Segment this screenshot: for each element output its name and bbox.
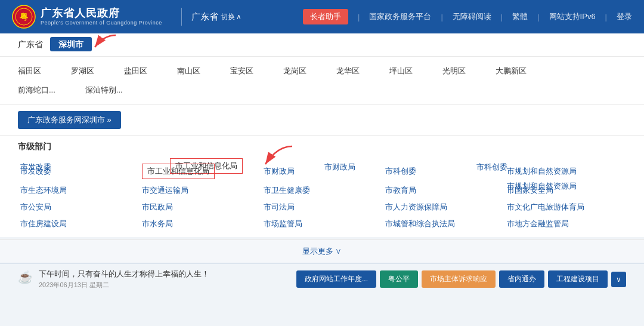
footer-text-area: 下午时间，只有奋斗的人生才称得上幸福的人生！ 2023年06月13日 星期二 <box>39 269 209 290</box>
dept-shichang[interactable]: 市场监管局 <box>261 216 383 232</box>
header-right: 长者助手 | 国家政务服务平台 | 无障碍阅读 | 繁體 | 网站支持IPv6 … <box>303 9 632 24</box>
district-yantian[interactable]: 盐田区 <box>124 64 147 78</box>
dept-shuiwu[interactable]: 市水务局 <box>140 216 261 232</box>
coffee-icon: ☕ <box>18 270 33 284</box>
district-pingshan[interactable]: 坪山区 <box>389 64 413 78</box>
footer-btn-market[interactable]: 市场主体诉求响应 <box>422 270 496 288</box>
dept-renli[interactable]: 市人力资源保障局 <box>383 199 504 216</box>
footer-message: ☕ 下午时间，只有奋斗的人生才称得上幸福的人生！ 2023年06月13日 星期二 <box>18 269 209 290</box>
header-region: 广东省 切换 ∧ <box>191 11 242 23</box>
logo-text: 广东省人民政府 People's Government of Guangdong… <box>41 7 162 26</box>
district-shengshan[interactable]: 深汕特别... <box>85 83 123 97</box>
district-baoan[interactable]: 宝安区 <box>230 64 253 78</box>
nav-link-national[interactable]: 国家政务服务平台 <box>369 11 431 22</box>
footer-more-button[interactable]: ∨ <box>611 272 626 287</box>
dept-gongan[interactable]: 市公安局 <box>18 199 140 216</box>
footer-btn-gov-work[interactable]: 政府网站工作年度... <box>296 270 376 288</box>
footer-btn-yuegongping[interactable]: 粤公平 <box>380 270 418 288</box>
nav-link-traditional[interactable]: 繁體 <box>512 11 528 22</box>
arrow-to-region <box>86 32 122 56</box>
dept-wenhua[interactable]: 市文化广电旅游体育局 <box>504 199 626 216</box>
show-more-bar: 显示更多 ∨ <box>0 239 644 263</box>
dept-guihua-nat[interactable]: 市规划和自然资源局 <box>504 177 626 195</box>
dept-grid-container: 市发改委 市工业和信息化局 市财政局 市科创委 市规划和自然资源局 市发改 <box>18 158 626 195</box>
district-longgang[interactable]: 龙岗区 <box>283 64 306 78</box>
footer-quote: 下午时间，只有奋斗的人生才称得上幸福的人生！ <box>39 269 209 279</box>
arrow-to-dept <box>253 143 295 173</box>
dept-kechuangwei[interactable]: 市科创委 <box>474 158 626 176</box>
dept-gongxin-box[interactable]: 市工业和信息化局 <box>142 164 215 179</box>
dept-row-1b: 市发改委 市工业和信息化局 市财政局 市科创委 市规划和自然资源局 <box>18 177 626 195</box>
district-row-1: 福田区 罗湖区 盐田区 南山区 宝安区 龙岗区 龙华区 坪山区 光明区 大鹏新区 <box>18 61 626 81</box>
footer: ☕ 下午时间，只有奋斗的人生才称得上幸福的人生！ 2023年06月13日 星期二… <box>0 263 644 294</box>
switch-button[interactable]: 切换 ∧ <box>221 12 242 22</box>
region-bar: 广东省 深圳市 <box>0 33 644 57</box>
elderly-button[interactable]: 长者助手 <box>303 9 348 24</box>
dept-sifa[interactable]: 市司法局 <box>261 199 383 216</box>
nav-link-accessibility[interactable]: 无障碍阅读 <box>453 11 491 22</box>
footer-date: 2023年06月13日 星期二 <box>39 281 209 290</box>
district-qianhai[interactable]: 前海蛇口... <box>18 83 55 97</box>
service-button[interactable]: 广东政务服务网深圳市 » <box>18 111 121 129</box>
dept-chengguang[interactable]: 市城管和综合执法局 <box>383 216 504 232</box>
district-luohu[interactable]: 罗湖区 <box>71 64 94 78</box>
show-more-button[interactable]: 显示更多 ∨ <box>302 246 342 257</box>
region-selected-container: 深圳市 <box>50 39 92 50</box>
dept-zhufang[interactable]: 市住房建设局 <box>18 216 140 232</box>
footer-right: 政府网站工作年度... 粤公平 市场主体诉求响应 省内通办 工程建设项目 ∨ <box>296 270 626 288</box>
svg-text:粤: 粤 <box>20 12 28 21</box>
dept-section-title: 市级部门 <box>18 142 626 152</box>
footer-btn-engineering[interactable]: 工程建设项目 <box>548 270 608 288</box>
dept-jinrong[interactable]: 市地方金融监管局 <box>504 216 626 232</box>
dept-minzheng[interactable]: 市民政局 <box>140 199 261 216</box>
region-label: 广东省 <box>18 39 43 50</box>
service-btn-area: 广东政务服务网深圳市 » <box>0 105 644 136</box>
dept-caizhengjv[interactable]: 市财政局 <box>322 158 474 176</box>
logo: 粤 广东省人民政府 People's Government of Guangdo… <box>12 5 162 29</box>
district-dapeng[interactable]: 大鹏新区 <box>496 64 527 78</box>
logo-emblem: 粤 <box>12 5 36 29</box>
districts: 福田区 罗湖区 盐田区 南山区 宝安区 龙岗区 龙华区 坪山区 光明区 大鹏新区… <box>0 57 644 105</box>
district-nanshan[interactable]: 南山区 <box>177 64 200 78</box>
departments: 市级部门 市发改委 市工业和信息化局 市财政局 市科创委 市规划和自然资源 <box>0 136 644 237</box>
header: 粤 广东省人民政府 People's Government of Guangdo… <box>0 0 644 33</box>
district-guangming[interactable]: 光明区 <box>442 64 466 78</box>
district-futian[interactable]: 福田区 <box>18 64 41 78</box>
district-row-2: 前海蛇口... 深汕特别... <box>18 81 626 100</box>
dept-row-1: 市发改委 市工业和信息化局 市财政局 市科创委 市规划和自然资源局 <box>18 158 626 176</box>
nav-link-ipv6[interactable]: 网站支持IPv6 <box>549 11 596 22</box>
logo-subtitle: People's Government of Guangdong Provinc… <box>41 20 162 26</box>
table-row-3: 市公安局 市民政局 市司法局 市人力资源保障局 市文化广电旅游体育局 <box>18 199 626 216</box>
district-longhua[interactable]: 龙华区 <box>336 64 360 78</box>
logo-title: 广东省人民政府 <box>41 7 162 20</box>
header-divider <box>181 8 182 26</box>
region-name: 广东省 <box>191 11 218 23</box>
footer-btn-sheng[interactable]: 省内通办 <box>499 270 544 288</box>
nav-link-login[interactable]: 登录 <box>617 11 632 22</box>
table-row-4: 市住房建设局 市水务局 市场监管局 市城管和综合执法局 市地方金融监管局 <box>18 216 626 232</box>
